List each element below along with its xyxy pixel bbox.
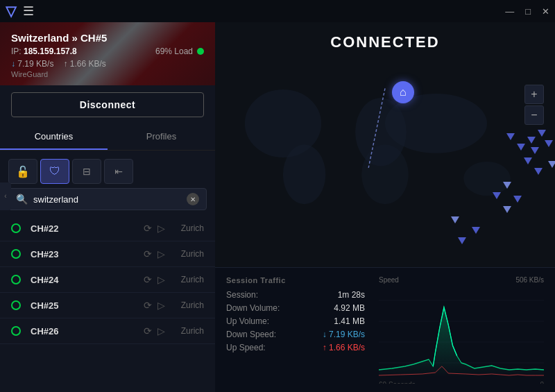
main-content: Switzerland » CH#5 IP: 185.159.157.8 69%… — [0, 22, 555, 392]
connect-icon[interactable]: ▷ — [157, 223, 165, 234]
server-city: Zurich — [176, 223, 204, 233]
up-speed-value: ↑ 1.66 KB/s — [323, 343, 365, 352]
speed-chart-label: Speed — [379, 276, 399, 284]
menu-icon[interactable]: ☰ — [23, 3, 34, 19]
list-item[interactable]: CH#26 ⟳ ▷ Zurich — [0, 318, 215, 344]
vpn-node — [524, 157, 532, 164]
up-speed-label: Up Speed: — [226, 343, 266, 352]
refresh-icon[interactable]: ⟳ — [144, 274, 152, 285]
connect-icon[interactable]: ▷ — [157, 325, 165, 336]
speed-chart-value: 506 KB/s — [515, 276, 544, 284]
connection-info: Switzerland » CH#5 IP: 185.159.157.8 69%… — [11, 32, 204, 78]
tor-icon: ⇥ — [114, 166, 123, 177]
server-city: Zurich — [176, 300, 204, 310]
list-item[interactable]: CH#22 ⟳ ▷ Zurich — [0, 216, 215, 241]
filter-tor-btn[interactable]: ⇥ — [104, 159, 133, 184]
connect-icon[interactable]: ▷ — [157, 248, 165, 259]
multi-hop-icon: ⊟ — [83, 166, 91, 177]
map-zoom-controls: + − — [524, 85, 544, 125]
ip-label: IP: — [11, 46, 22, 56]
server-id: CH#26 — [31, 326, 144, 336]
app-logo-icon: ▽ — [6, 3, 16, 19]
zoom-in-button[interactable]: + — [524, 85, 544, 104]
chart-svg — [379, 287, 544, 377]
refresh-icon[interactable]: ⟳ — [144, 325, 152, 336]
server-city: Zurich — [176, 249, 204, 259]
refresh-icon[interactable]: ⟳ — [144, 248, 152, 259]
tab-countries[interactable]: Countries — [0, 124, 108, 150]
map-area[interactable]: ⌂ — [215, 22, 555, 267]
search-bar[interactable]: 🔍 ✕ — [8, 188, 207, 210]
vpn-node — [538, 130, 546, 137]
status-indicator — [11, 275, 21, 284]
server-list: CH#22 ⟳ ▷ Zurich CH#23 ⟳ ▷ Zurich CH#24 — [0, 216, 215, 392]
chart-header: Speed 506 KB/s — [379, 276, 544, 284]
list-item[interactable]: CH#23 ⟳ ▷ Zurich — [0, 241, 215, 267]
tabs-bar: Countries Profiles — [0, 124, 215, 151]
speed-chart: 60 Seconds 0 — [379, 287, 544, 377]
svg-point-4 — [361, 145, 408, 205]
filter-multi-btn[interactable]: ⊟ — [72, 159, 101, 184]
filter-bar: 🔓 🛡 ⊟ ⇥ — [0, 155, 215, 188]
svg-point-3 — [283, 145, 325, 205]
stat-down-volume: Down Volume: 4.92 MB — [226, 303, 365, 313]
svg-point-5 — [463, 162, 510, 196]
titlebar: ▽ ☰ — □ ✕ — [0, 0, 555, 22]
home-icon: ⌂ — [400, 86, 407, 99]
stats-panel: Session Traffic Session: 1m 28s Down Vol… — [215, 267, 555, 392]
disconnect-button[interactable]: Disconnect — [11, 92, 204, 117]
left-panel: Switzerland » CH#5 IP: 185.159.157.8 69%… — [0, 22, 215, 392]
server-load: 69% Load — [155, 46, 204, 56]
server-id: CH#25 — [31, 300, 144, 311]
upload-speed: 1.66 KB/s — [63, 59, 105, 69]
tab-profiles[interactable]: Profiles — [108, 124, 215, 150]
status-indicator — [11, 326, 21, 336]
time-label-end: 0 — [540, 381, 544, 384]
ip-address: IP: 185.159.157.8 — [11, 46, 77, 56]
vpn-node — [503, 206, 511, 213]
vpn-node — [517, 144, 525, 151]
vpn-node — [531, 147, 539, 154]
session-stats: Session Traffic Session: 1m 28s Down Vol… — [226, 276, 365, 384]
list-item[interactable]: CH#24 ⟳ ▷ Zurich — [0, 267, 215, 293]
server-id: CH#24 — [31, 275, 144, 285]
ip-value: 185.159.157.8 — [24, 46, 77, 56]
vpn-node — [451, 216, 459, 223]
stat-down-speed: Down Speed: ↓ 7.19 KB/s — [226, 330, 365, 339]
download-speed: 7.19 KB/s — [11, 59, 53, 69]
vpn-node — [506, 133, 515, 140]
list-item[interactable]: CH#25 ⟳ ▷ Zurich — [0, 293, 215, 318]
maximize-button[interactable]: □ — [525, 6, 531, 17]
time-label-start: 60 Seconds — [379, 381, 416, 384]
zoom-out-button[interactable]: − — [524, 105, 544, 125]
speed-row: 7.19 KB/s 1.66 KB/s — [11, 59, 204, 69]
vpn-node — [472, 227, 480, 234]
speed-chart-area: Speed 506 KB/s — [379, 276, 544, 384]
close-button[interactable]: ✕ — [542, 6, 549, 17]
server-action-buttons: ⟳ ▷ — [144, 248, 165, 259]
vpn-node — [503, 182, 511, 189]
server-city: Zurich — [176, 326, 204, 336]
search-input[interactable] — [33, 194, 187, 205]
server-action-buttons: ⟳ ▷ — [144, 300, 165, 311]
shield-icon: 🛡 — [49, 165, 60, 178]
filter-all-btn[interactable]: 🔓 — [8, 159, 37, 184]
connect-icon[interactable]: ▷ — [157, 274, 165, 285]
filter-secure-btn[interactable]: 🛡 — [40, 159, 69, 184]
search-clear-button[interactable]: ✕ — [187, 193, 199, 205]
vpn-node — [548, 161, 555, 168]
connected-status-label: CONNECTED — [330, 33, 439, 51]
minimize-button[interactable]: — — [505, 6, 514, 17]
panel-collapse-button[interactable]: ‹ — [0, 182, 11, 210]
protocol-label: WireGuard — [11, 70, 204, 78]
up-volume-value: 1.41 MB — [334, 316, 365, 326]
server-city: Zurich — [176, 275, 204, 284]
window-controls: — □ ✕ — [505, 6, 549, 17]
chart-time-labels: 60 Seconds 0 — [379, 381, 544, 384]
refresh-icon[interactable]: ⟳ — [144, 300, 152, 311]
refresh-icon[interactable]: ⟳ — [144, 223, 152, 234]
connection-header: Switzerland » CH#5 IP: 185.159.157.8 69%… — [0, 22, 215, 85]
connect-icon[interactable]: ▷ — [157, 300, 165, 311]
lock-icon: 🔓 — [16, 165, 30, 178]
load-indicator — [197, 48, 204, 55]
